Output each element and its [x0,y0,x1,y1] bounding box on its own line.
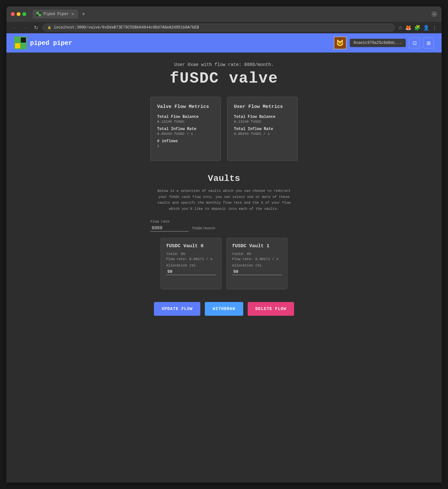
flow-rate-input[interactable] [150,225,189,232]
bookmark-button[interactable]: ☆ [398,25,403,31]
user-inflow-rate-label: Total Inflow Rate [234,127,291,131]
logo-icon [14,37,27,49]
valve-flow-metrics-card: Valve Flow Metrics Total Flow Balance 0.… [150,97,221,161]
vaults-title: Vaults [208,174,240,183]
maximize-button[interactable] [22,12,26,16]
update-flow-button[interactable]: UPDATE FLOW [154,302,200,316]
title-bar: Piped Piper ✕ + ⋯ [6,6,442,22]
app-name: piped piper [30,39,72,47]
logo-cell-tr [21,37,26,43]
browser-window: Piped Piper ✕ + ⋯ ← → ↻ 🔒 localhost:3000… [6,6,442,483]
tab-bar: Piped Piper ✕ + [33,10,428,19]
address-bar[interactable]: 🔒 localhost:3000/valve/0xDdaB73E79C55Bb0… [43,24,395,31]
user-metrics-title: User Flow Metrics [234,103,291,110]
flow-rate-unit: fUSDC/month [192,226,215,232]
app-header: piped piper 🐱 0xae1c976a25c6d0dc... ⊡ ⊞ [6,33,442,53]
svg-rect-2 [36,14,38,16]
new-tab-button[interactable]: + [81,11,87,18]
svg-rect-3 [39,14,41,16]
withdraw-button[interactable]: WITHDRAW [205,302,243,316]
qr-code-button[interactable]: ⊞ [423,37,434,48]
tab-label: Piped Piper [44,12,69,16]
url-text: localhost:3000/valve/0xDdaB73E79C55Bb048… [54,25,199,30]
avatar: 🐱 [334,37,347,49]
vaults-description: Below is a selection of vaults which you… [157,188,291,212]
logo-cell-br [21,43,26,48]
nav-actions: ☆ 🦊 🧩 👤 ⋮ [398,25,437,31]
active-tab[interactable]: Piped Piper ✕ [33,10,78,19]
refresh-button[interactable]: ↻ [33,24,39,31]
logo-cell-tl [15,37,20,43]
svg-rect-1 [39,12,41,14]
valve-num-inflows-value: 1 [157,144,214,148]
profile-button[interactable]: 👤 [423,25,429,31]
back-button[interactable]: ← [11,24,19,31]
valve-inflow-rate-label: Total Inflow Rate [157,127,214,131]
delete-flow-button[interactable]: DELETE FLOW [248,302,294,316]
vault-1-card: fUSDC Vault 1 Yield: 0% Flow rate: 0.001… [227,238,287,289]
extension-button[interactable]: 🦊 [405,25,412,31]
vaults-section: Vaults Below is a selection of vaults wh… [144,174,304,316]
action-buttons: UPDATE FLOW WITHDRAW DELETE FLOW [154,302,294,316]
user-flow-metrics-card: User Flow Metrics Total Flow Balance 0.1… [227,97,298,161]
main-content: User 0xae with flow rate: 8888/month. fU… [6,53,442,483]
copy-address-button[interactable]: ⊡ [409,37,420,48]
flow-rate-label: Flow rate [150,220,189,224]
svg-rect-0 [36,12,38,14]
valve-flow-balance-label: Total Flow Balance [157,115,214,119]
forward-button[interactable]: → [22,24,29,31]
flow-rate-input-wrap: Flow rate [150,220,189,232]
minimize-button[interactable] [17,12,20,16]
menu-button[interactable]: ⋮ [432,25,437,31]
vaults-row: fUSDC Vault 0 Yield: 0% Flow rate: 0.001… [144,238,304,289]
flow-rate-group: Flow rate fUSDC/month [150,220,215,232]
vault-0-alloc-label: Allocation (%) [166,264,216,267]
vault-0-title: fUSDC Vault 0 [166,243,216,249]
valve-flow-balance-value: 0.13248 fUSDC [157,120,214,124]
vault-0-yield: Yield: 0% [166,252,216,256]
page-subtitle: User 0xae with flow rate: 8888/month. [174,62,274,67]
wallet-address: 0xae1c976a25c6d0dc... [350,39,406,47]
metrics-row: Valve Flow Metrics Total Flow Balance 0.… [150,97,298,161]
puzzle-button[interactable]: 🧩 [414,25,420,31]
app-logo: piped piper [14,37,72,49]
close-button[interactable] [11,12,15,16]
traffic-lights [11,12,26,16]
vault-1-allocation-input[interactable] [232,269,282,275]
vault-1-flow-rate: Flow rate: 0.00171 / s [232,257,282,261]
vault-0-flow-rate: Flow rate: 0.00171 / s [166,257,216,261]
vault-0-allocation-input[interactable] [166,269,216,275]
user-inflow-rate-value: 0.00343 fUSDC / s [234,132,291,136]
vault-0-card: fUSDC Vault 0 Yield: 0% Flow rate: 0.001… [161,238,221,289]
user-flow-balance-value: 0.13248 fUSDC [234,120,291,124]
header-right: 🐱 0xae1c976a25c6d0dc... ⊡ ⊞ [334,37,434,49]
user-flow-balance-label: Total Flow Balance [234,115,291,119]
tab-favicon [36,12,41,16]
page-title: fUSDC valve [170,70,278,87]
vault-1-yield: Yield: 0% [232,252,282,256]
logo-cell-bl [15,43,20,48]
vault-1-title: fUSDC Vault 1 [232,243,282,249]
browser-menu-button[interactable]: ⋯ [431,11,437,17]
valve-metrics-title: Valve Flow Metrics [157,103,214,110]
nav-bar: ← → ↻ 🔒 localhost:3000/valve/0xDdaB73E79… [6,22,442,33]
vault-1-alloc-label: Allocation (%) [232,264,282,267]
lock-icon: 🔒 [47,26,51,29]
valve-num-inflows-label: # inflows [157,139,214,143]
tab-close-button[interactable]: ✕ [71,12,74,16]
valve-inflow-rate-value: 0.00343 fUSDC / s [157,132,214,136]
